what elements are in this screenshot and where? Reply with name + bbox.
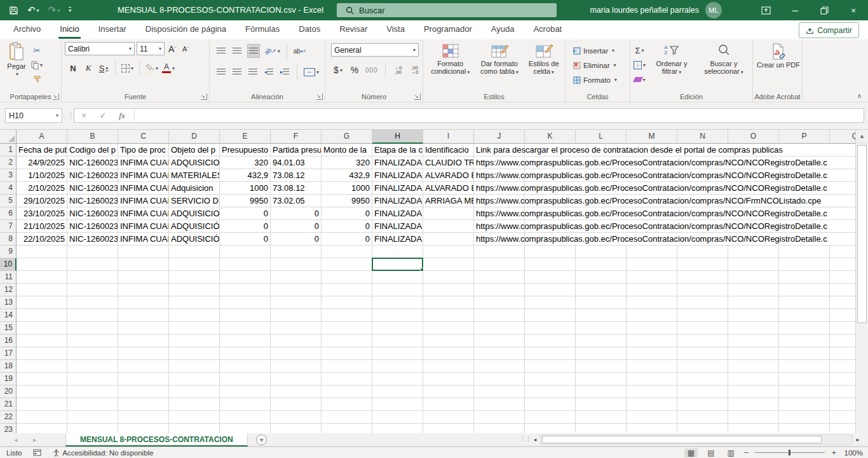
- cell-B1[interactable]: Codigo del p: [67, 144, 118, 156]
- cell-N18[interactable]: [677, 360, 728, 373]
- cell-I5[interactable]: ARRIAGA ME: [423, 195, 474, 207]
- cell-L11[interactable]: [576, 271, 627, 284]
- cell-H1[interactable]: Etapa de la c: [372, 144, 423, 156]
- cell-G8[interactable]: 0: [322, 233, 372, 246]
- cell-G18[interactable]: [322, 360, 372, 373]
- confirm-entry-button[interactable]: ✓: [93, 111, 112, 120]
- cell-P22[interactable]: [779, 411, 830, 424]
- cell-D4[interactable]: Adquisicion: [169, 182, 220, 195]
- cell-G5[interactable]: 9950: [322, 195, 372, 207]
- cell-E23[interactable]: [220, 424, 271, 433]
- cell-O19[interactable]: [728, 373, 779, 385]
- cell-G6[interactable]: 0: [322, 207, 372, 220]
- cell-H12[interactable]: [372, 284, 423, 296]
- cell-C1[interactable]: Tipo de proc: [118, 144, 169, 156]
- cell-N9[interactable]: [677, 246, 728, 258]
- cell-J14[interactable]: [474, 309, 525, 322]
- dialog-launcher-icon[interactable]: ↘: [53, 94, 59, 100]
- cell-A19[interactable]: [17, 373, 67, 385]
- tab-vista[interactable]: Vista: [377, 20, 414, 39]
- font-family-select[interactable]: Calibri▾: [65, 42, 135, 55]
- cell-F1[interactable]: Partida presu: [271, 144, 322, 156]
- cell-A18[interactable]: [17, 360, 67, 373]
- cell-M23[interactable]: [627, 424, 677, 433]
- cell-G21[interactable]: [322, 398, 372, 411]
- currency-format-button[interactable]: $▾: [332, 64, 344, 76]
- tab-archivo[interactable]: Archivo: [4, 20, 50, 39]
- column-header-P[interactable]: P: [779, 130, 830, 144]
- save-button[interactable]: [9, 6, 18, 15]
- cell-A20[interactable]: [17, 385, 67, 398]
- cell-K18[interactable]: [525, 360, 576, 373]
- cell-P14[interactable]: [779, 309, 830, 322]
- align-right-button[interactable]: [247, 66, 259, 78]
- row-header-18[interactable]: 18: [0, 360, 17, 373]
- cell-F17[interactable]: [271, 347, 322, 360]
- cell-A6[interactable]: 23/10/2025: [17, 207, 67, 220]
- comma-format-button[interactable]: 000: [365, 64, 378, 76]
- cell-D16[interactable]: [169, 335, 220, 347]
- cell-D14[interactable]: [169, 309, 220, 322]
- cell-H21[interactable]: [372, 398, 423, 411]
- cell-O9[interactable]: [728, 246, 779, 258]
- row-header-23[interactable]: 23: [0, 424, 17, 433]
- increase-font-button[interactable]: Aˆ: [166, 43, 178, 55]
- cell-M17[interactable]: [627, 347, 677, 360]
- cell-D2[interactable]: ADQUISICION: [169, 156, 220, 169]
- cell-A5[interactable]: 29/10/2025: [17, 195, 67, 207]
- cell-A1[interactable]: Fecha de pub: [17, 144, 67, 156]
- cell-O10[interactable]: [728, 258, 779, 271]
- cell-P20[interactable]: [779, 385, 830, 398]
- cell-B11[interactable]: [67, 271, 118, 284]
- cell-E8[interactable]: 0: [220, 233, 271, 246]
- cell-F18[interactable]: [271, 360, 322, 373]
- cell-P18[interactable]: [779, 360, 830, 373]
- search-input[interactable]: Buscar: [337, 3, 557, 17]
- cell-J19[interactable]: [474, 373, 525, 385]
- avatar[interactable]: ML: [705, 2, 722, 18]
- cell-J10[interactable]: [474, 258, 525, 271]
- cell-N11[interactable]: [677, 271, 728, 284]
- cell-N14[interactable]: [677, 309, 728, 322]
- cell-G19[interactable]: [322, 373, 372, 385]
- increase-decimal-button[interactable]: ←0,00: [393, 64, 404, 76]
- merge-center-button[interactable]: ↔▾: [304, 66, 319, 78]
- cell-K11[interactable]: [525, 271, 576, 284]
- row-header-22[interactable]: 22: [0, 411, 17, 424]
- cell-J1[interactable]: Link para descargar el proceso de contra…: [474, 144, 525, 156]
- column-header-D[interactable]: D: [169, 130, 220, 144]
- cell-C10[interactable]: [118, 258, 169, 271]
- align-middle-button[interactable]: [231, 45, 243, 57]
- cell-M21[interactable]: [627, 398, 677, 411]
- cell-C19[interactable]: [118, 373, 169, 385]
- cell-B2[interactable]: NIC-1260023: [67, 156, 118, 169]
- cell-F20[interactable]: [271, 385, 322, 398]
- cell-styles-button[interactable]: Estilos de celda▾: [524, 43, 563, 76]
- cell-O17[interactable]: [728, 347, 779, 360]
- row-header-7[interactable]: 7: [0, 220, 17, 233]
- cell-F6[interactable]: 0: [271, 207, 322, 220]
- cell-G22[interactable]: [322, 411, 372, 424]
- cell-A21[interactable]: [17, 398, 67, 411]
- cell-M10[interactable]: [627, 258, 677, 271]
- cell-H8[interactable]: FINALIZADA: [372, 233, 423, 246]
- vertical-scrollbar[interactable]: ▲: [855, 130, 868, 433]
- row-header-9[interactable]: 9: [0, 246, 17, 258]
- cell-H15[interactable]: [372, 322, 423, 335]
- cell-B5[interactable]: NIC-1260023: [67, 195, 118, 207]
- cell-F10[interactable]: [271, 258, 322, 271]
- cell-A17[interactable]: [17, 347, 67, 360]
- zoom-slider-thumb[interactable]: [789, 450, 790, 455]
- cell-I12[interactable]: [423, 284, 474, 296]
- cell-H18[interactable]: [372, 360, 423, 373]
- cell-K16[interactable]: [525, 335, 576, 347]
- cell-F7[interactable]: 0: [271, 220, 322, 233]
- cell-A11[interactable]: [17, 271, 67, 284]
- cut-button[interactable]: ✂: [31, 44, 43, 57]
- tab-ayuda[interactable]: Ayuda: [482, 20, 524, 39]
- cell-D18[interactable]: [169, 360, 220, 373]
- cell-E5[interactable]: 9950: [220, 195, 271, 207]
- cell-B19[interactable]: [67, 373, 118, 385]
- dialog-launcher-icon[interactable]: ↘: [316, 94, 323, 100]
- column-header-F[interactable]: F: [271, 130, 322, 144]
